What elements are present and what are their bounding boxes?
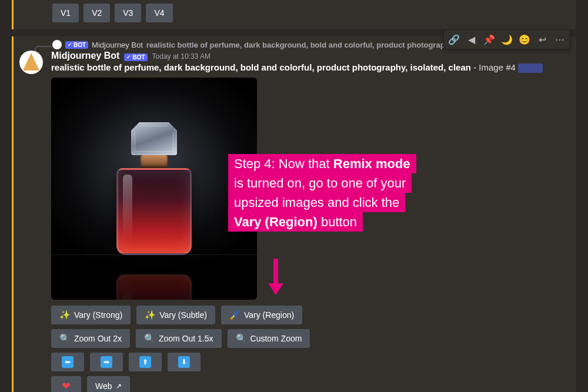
arrow-icon: ⬆ <box>139 356 151 368</box>
previous-message-block: V1 V2 V3 V4 <box>12 0 576 29</box>
author-bot-tag-text: BOT <box>132 54 145 61</box>
tutorial-annotation: Step 4: Now that Remix mode is turned on… <box>228 154 416 232</box>
annotation-l1b: Remix mode <box>333 156 410 171</box>
annotation-l4b: button <box>318 215 357 229</box>
reply-icon[interactable]: ↩ <box>533 31 551 48</box>
prompt-suffix: - Image #4 <box>471 62 518 72</box>
btn-label: Custom Zoom <box>250 334 302 343</box>
annotation-l1a: Step 4: Now that <box>234 156 333 171</box>
magnifier-icon: 🔍 <box>236 333 247 344</box>
web-button[interactable]: Web ↗ <box>87 376 130 392</box>
btn-label: Zoom Out 1.5x <box>159 334 213 343</box>
pan-down-button[interactable]: ⬇ <box>168 353 201 371</box>
magnifier-icon: 🔍 <box>59 333 71 344</box>
arrow-icon: ⬇ <box>178 356 190 368</box>
btn-label: Vary (Strong) <box>74 310 122 320</box>
annotation-arrow <box>270 259 280 294</box>
v1-button[interactable]: V1 <box>52 4 79 22</box>
author-avatar[interactable] <box>19 51 43 74</box>
arrow-icon: ⬅ <box>62 356 74 368</box>
action-row-3: ⬅➡⬆⬇ <box>51 353 570 371</box>
prompt-text: realistic bottle of perfume, dark backgr… <box>51 62 471 72</box>
heart-icon: ❤ <box>62 380 71 392</box>
bot-tag-text: BOT <box>74 42 86 48</box>
arrow-icon: ➡ <box>101 356 112 368</box>
vary-strong-button[interactable]: ✨Vary (Strong) <box>51 306 131 324</box>
v4-button[interactable]: V4 <box>146 4 172 22</box>
v3-button[interactable]: V3 <box>115 4 141 22</box>
pin-icon[interactable]: 📌 <box>480 31 498 48</box>
message-timestamp: Today at 10:33 AM <box>152 52 211 61</box>
custom-zoom-button[interactable]: 🔍Custom Zoom <box>228 329 310 348</box>
add-reaction-icon[interactable]: 😊 <box>516 31 533 48</box>
reply-avatar <box>52 40 62 49</box>
variation-button-row: V1 V2 V3 V4 <box>19 4 570 22</box>
v2-button[interactable]: V2 <box>83 4 110 22</box>
mark-unread-icon[interactable]: ◀ <box>463 31 480 48</box>
v4-label: V4 <box>154 8 164 18</box>
moon-icon[interactable]: 🌙 <box>498 31 516 48</box>
btn-label: Vary (Region) <box>244 310 294 320</box>
reply-author: Midjourney Bot <box>92 41 143 49</box>
more-icon[interactable]: ⋯ <box>551 31 569 48</box>
action-row-1: ✨Vary (Strong)✨Vary (Subtle)🖌️Vary (Regi… <box>51 306 570 324</box>
message-hover-toolbar: 🔗◀📌🌙😊↩⋯ <box>443 29 570 49</box>
action-rows: ✨Vary (Strong)✨Vary (Subtle)🖌️Vary (Regi… <box>51 306 570 392</box>
pan-up-button[interactable]: ⬆ <box>129 353 162 371</box>
annotation-l3: upsized images and click the <box>228 193 405 212</box>
v1-label: V1 <box>61 8 71 18</box>
copy-link-icon[interactable]: 🔗 <box>445 31 463 48</box>
web-button-label: Web <box>95 381 112 391</box>
pan-left-button[interactable]: ⬅ <box>51 353 84 371</box>
zoom-out-2x-button[interactable]: 🔍Zoom Out 2x <box>51 329 130 348</box>
author-name[interactable]: Midjourney Bot <box>51 51 119 61</box>
bot-tag: BOT <box>65 41 88 49</box>
vary-subtle-button[interactable]: ✨Vary (Subtle) <box>136 306 215 324</box>
action-row-4: ❤ Web ↗ <box>51 376 570 392</box>
vary-region-button[interactable]: 🖌️Vary (Region) <box>221 306 302 324</box>
prompt-line: realistic bottle of perfume, dark backgr… <box>51 62 570 73</box>
v3-label: V3 <box>123 8 133 18</box>
action-row-2: 🔍Zoom Out 2x🔍Zoom Out 1.5x🔍Custom Zoom <box>51 329 570 348</box>
generated-image[interactable] <box>51 78 257 300</box>
zoom-out-1-5x-button[interactable]: 🔍Zoom Out 1.5x <box>136 329 222 348</box>
user-mention[interactable] <box>518 63 543 73</box>
annotation-l2: is turned on, go to one of your <box>228 173 412 193</box>
btn-label: Vary (Subtle) <box>159 310 207 320</box>
sparkle-icon: ✨ <box>59 310 71 320</box>
btn-label: Zoom Out 2x <box>74 334 122 343</box>
external-link-icon: ↗ <box>116 382 122 390</box>
pan-right-button[interactable]: ➡ <box>90 353 123 371</box>
sparkle-icon: ✨ <box>145 310 156 320</box>
annotation-l4a: Vary (Region) <box>234 215 318 229</box>
v2-label: V2 <box>92 8 102 18</box>
author-bot-tag: BOT <box>124 53 147 61</box>
magnifier-icon: 🔍 <box>144 333 155 344</box>
favorite-button[interactable]: ❤ <box>51 376 81 392</box>
sparkle-icon: 🖌️ <box>229 310 240 320</box>
